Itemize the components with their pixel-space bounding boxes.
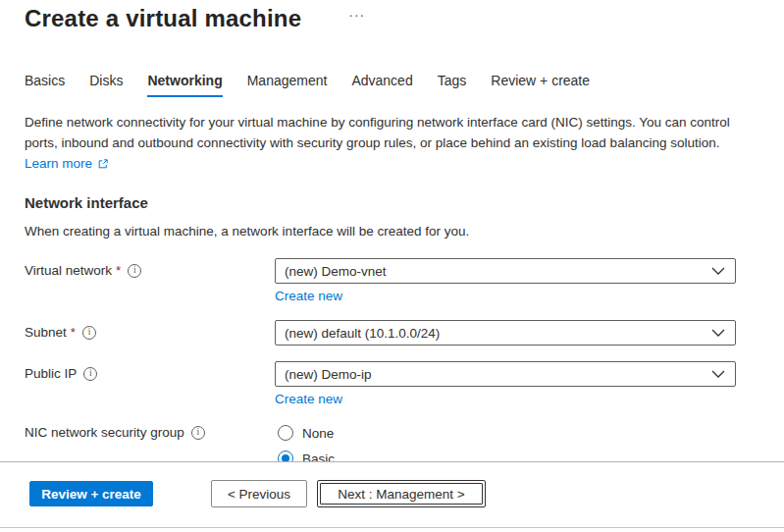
tab-networking[interactable]: Networking bbox=[147, 73, 222, 97]
radio-selected-icon bbox=[278, 451, 293, 461]
next-management-button[interactable]: Next : Management > bbox=[317, 480, 486, 507]
intro-line-1: Define network connectivity for your vir… bbox=[25, 112, 784, 133]
tab-review-create[interactable]: Review + create bbox=[491, 73, 590, 97]
radio-unselected-icon bbox=[278, 425, 293, 441]
nic-nsg-label: NIC network security group bbox=[25, 425, 184, 440]
nic-nsg-control: None Basic Advanced bbox=[275, 420, 736, 461]
footer-bar: Review + create < Previous Next : Manage… bbox=[0, 461, 784, 532]
required-asterisk: * bbox=[116, 263, 121, 278]
subnet-label: Subnet bbox=[25, 325, 67, 340]
subnet-select[interactable]: (new) default (10.1.0.0/24) bbox=[275, 320, 736, 346]
virtual-network-value: (new) Demo-vnet bbox=[285, 264, 387, 279]
field-row-public-ip: Public IP (new) Demo-ip Create new bbox=[25, 361, 784, 407]
virtual-network-control: (new) Demo-vnet Create new bbox=[275, 258, 736, 304]
info-icon[interactable] bbox=[83, 367, 97, 381]
chevron-down-icon bbox=[711, 329, 725, 337]
section-description: When creating a virtual machine, a netwo… bbox=[25, 224, 784, 239]
external-link-icon bbox=[97, 158, 109, 170]
tab-disks[interactable]: Disks bbox=[89, 73, 123, 97]
info-icon[interactable] bbox=[191, 426, 205, 440]
public-ip-control: (new) Demo-ip Create new bbox=[275, 361, 736, 407]
nsg-option-none[interactable]: None bbox=[275, 420, 736, 446]
intro-text: Define network connectivity for your vir… bbox=[25, 112, 784, 174]
more-options-icon[interactable]: ··· bbox=[348, 8, 365, 22]
public-ip-label: Public IP bbox=[25, 366, 77, 381]
learn-more-label: Learn more bbox=[25, 153, 92, 174]
virtual-network-label: Virtual network bbox=[25, 263, 112, 278]
field-row-virtual-network: Virtual network * (new) Demo-vnet Create… bbox=[25, 258, 784, 304]
chevron-down-icon bbox=[711, 370, 725, 378]
field-row-subnet: Subnet * (new) default (10.1.0.0/24) bbox=[25, 320, 784, 346]
nsg-option-basic[interactable]: Basic bbox=[275, 446, 736, 461]
public-ip-value: (new) Demo-ip bbox=[285, 367, 372, 382]
previous-button[interactable]: < Previous bbox=[211, 480, 307, 507]
window-bottom-border bbox=[0, 527, 784, 528]
learn-more-link[interactable]: Learn more bbox=[25, 153, 109, 174]
info-icon[interactable] bbox=[128, 264, 141, 278]
tab-tags[interactable]: Tags bbox=[438, 73, 467, 97]
page-title: Create a virtual machine bbox=[25, 4, 301, 33]
nic-nsg-label-group: NIC network security group bbox=[25, 420, 275, 440]
intro-line-2: ports, inbound and outbound connectivity… bbox=[25, 133, 784, 153]
create-vm-page: Create a virtual machine ··· Basics Disk… bbox=[0, 0, 784, 532]
tab-basics[interactable]: Basics bbox=[25, 73, 65, 97]
title-row: Create a virtual machine ··· bbox=[25, 4, 784, 33]
nsg-option-none-label: None bbox=[302, 426, 334, 441]
networking-form: Virtual network * (new) Demo-vnet Create… bbox=[25, 258, 784, 461]
info-icon[interactable] bbox=[82, 326, 96, 340]
content-area: Create a virtual machine ··· Basics Disk… bbox=[0, 0, 784, 461]
required-asterisk: * bbox=[71, 325, 76, 340]
tab-management[interactable]: Management bbox=[247, 73, 328, 97]
review-create-button[interactable]: Review + create bbox=[29, 481, 153, 506]
field-row-nic-nsg: NIC network security group None Basic Ad… bbox=[25, 420, 784, 461]
tab-bar: Basics Disks Networking Management Advan… bbox=[25, 73, 784, 97]
public-ip-label-group: Public IP bbox=[25, 361, 275, 381]
public-ip-create-new-link[interactable]: Create new bbox=[275, 392, 342, 406]
virtual-network-create-new-link[interactable]: Create new bbox=[275, 289, 342, 303]
virtual-network-label-group: Virtual network * bbox=[25, 258, 275, 278]
section-heading: Network interface bbox=[25, 194, 784, 211]
tab-advanced[interactable]: Advanced bbox=[351, 73, 412, 97]
public-ip-select[interactable]: (new) Demo-ip bbox=[275, 361, 736, 387]
chevron-down-icon bbox=[711, 267, 725, 275]
nsg-option-basic-label: Basic bbox=[302, 452, 335, 462]
subnet-control: (new) default (10.1.0.0/24) bbox=[275, 320, 736, 346]
virtual-network-select[interactable]: (new) Demo-vnet bbox=[275, 258, 736, 284]
subnet-value: (new) default (10.1.0.0/24) bbox=[285, 326, 440, 341]
subnet-label-group: Subnet * bbox=[25, 320, 275, 340]
